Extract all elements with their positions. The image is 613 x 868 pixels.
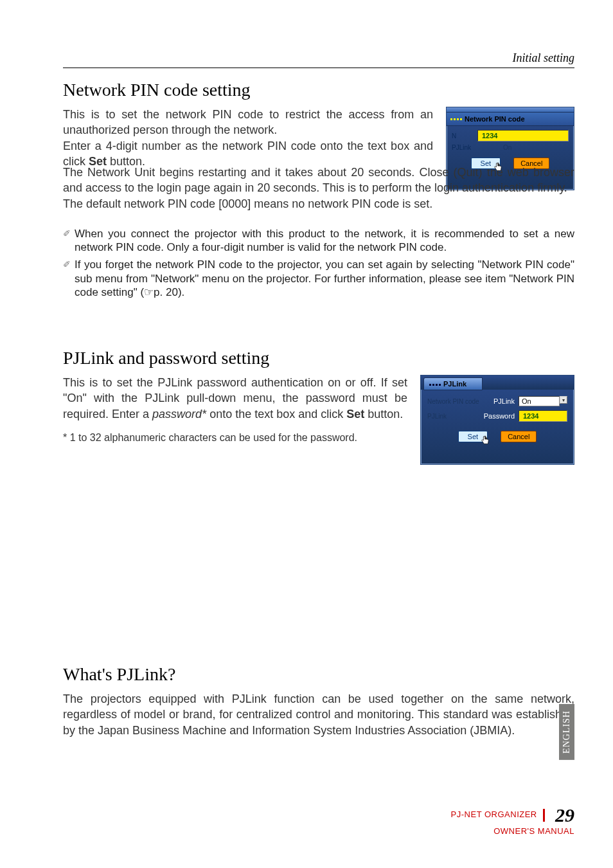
panel2-tab: PJLink bbox=[423, 377, 483, 390]
section1-para1: This is to set the network PIN code to r… bbox=[63, 107, 433, 138]
panel2-tab-label: PJLink bbox=[443, 380, 466, 388]
pencil-icon: ✐ bbox=[63, 228, 71, 255]
panel2-cancel-button[interactable]: Cancel bbox=[501, 431, 537, 442]
pjlink-label: PJLink bbox=[493, 397, 515, 405]
header-breadcrumb: Initial setting bbox=[63, 51, 574, 68]
section3-para: The projectors equipped with PJLink func… bbox=[63, 691, 574, 738]
set-bold-2: Set bbox=[346, 408, 364, 420]
panel1-set-label: Set bbox=[481, 159, 492, 167]
heading-network-pin: Network PIN code setting bbox=[63, 80, 574, 100]
note-2-text: If you forget the network PIN code to th… bbox=[75, 258, 574, 299]
panel2-set-label: Set bbox=[468, 433, 479, 440]
heading-pjlink: PJLink and password setting bbox=[63, 348, 574, 368]
pjlink-select[interactable]: On bbox=[519, 396, 560, 406]
section2-para1c: button. bbox=[364, 408, 403, 420]
panel1-on-hidden: On bbox=[477, 144, 569, 151]
footer-line1: PJ-NET ORGANIZER bbox=[451, 809, 537, 819]
note-1: ✐ When you connect the projector with th… bbox=[63, 227, 574, 255]
hand-cursor-icon bbox=[493, 162, 502, 172]
section1-para4: The default network PIN code [0000] mean… bbox=[63, 196, 574, 212]
page-footer: PJ-NET ORGANIZER 29 OWNER'S MANUAL bbox=[451, 804, 574, 836]
hand-cursor-icon bbox=[481, 435, 490, 446]
footer-line2: OWNER'S MANUAL bbox=[493, 826, 574, 836]
section2-para1b: onto the text box and click bbox=[206, 408, 346, 420]
panel2-hidden1: Network PIN code bbox=[427, 398, 479, 405]
footer-divider bbox=[543, 809, 545, 822]
note-2: ✐ If you forget the network PIN code to … bbox=[63, 258, 574, 299]
pencil-icon: ✐ bbox=[63, 259, 71, 299]
pin-code-input[interactable]: 1234 bbox=[477, 130, 569, 141]
password-input[interactable]: 1234 bbox=[519, 410, 567, 422]
section2-para1: This is to set the PJLink password authe… bbox=[63, 375, 407, 422]
panel1-title-icon bbox=[450, 118, 462, 120]
language-tab: ENGLISH bbox=[559, 704, 574, 760]
note-1-text: When you connect the projector with this… bbox=[75, 227, 574, 255]
password-italic: password* bbox=[152, 408, 206, 420]
screenshot-pjlink-panel: PJLink Network PIN code PJLink On ▾ bbox=[420, 375, 574, 465]
panel2-tab-icon bbox=[429, 384, 441, 386]
panel1-sidelabel2: PJLink bbox=[452, 144, 474, 151]
page-number: 29 bbox=[555, 804, 574, 826]
chevron-down-icon[interactable]: ▾ bbox=[560, 396, 567, 404]
panel1-titlebar: Network PIN code bbox=[447, 113, 574, 126]
password-label: Password bbox=[484, 412, 515, 420]
heading-whats-pjlink: What's PJLink? bbox=[63, 664, 574, 685]
pjlink-select-value: On bbox=[522, 397, 531, 405]
panel1-set-button[interactable]: Set bbox=[471, 158, 501, 169]
panel1-sidelabel1: N bbox=[452, 132, 474, 140]
panel2-hidden2: PJLink bbox=[427, 413, 447, 420]
panel2-set-button[interactable]: Set bbox=[458, 431, 488, 442]
password-footnote: * 1 to 32 alphanumeric characters can be… bbox=[63, 432, 407, 444]
panel1-title: Network PIN code bbox=[465, 115, 525, 123]
